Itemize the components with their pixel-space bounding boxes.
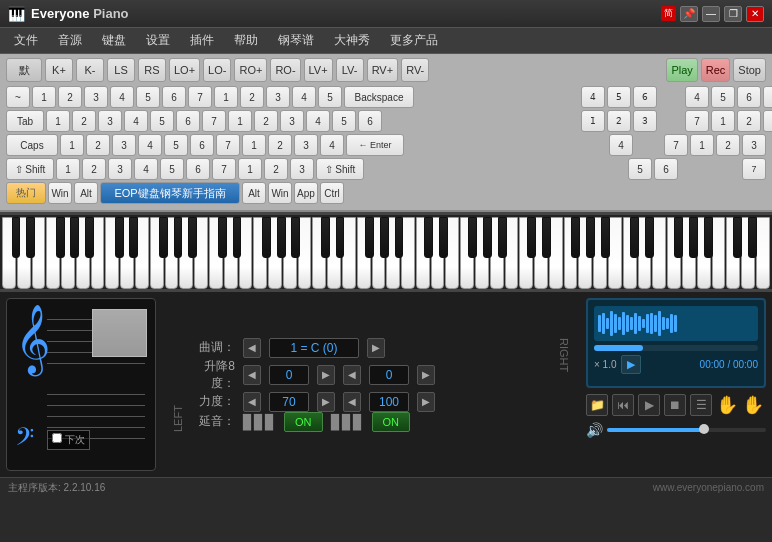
sustain-bars-icon-right[interactable]: ▊▊▊: [331, 414, 364, 430]
np-6c[interactable]: 6: [654, 158, 678, 180]
trans-right-left-arrow[interactable]: ◀: [343, 365, 361, 385]
np-2dot[interactable]: 2̇: [607, 110, 631, 132]
np-2[interactable]: 1: [711, 110, 735, 132]
key-a2b[interactable]: 2: [268, 134, 292, 156]
menu-master[interactable]: 大神秀: [324, 29, 380, 52]
eop-guide-button[interactable]: EOP键盘钢琴新手指南: [100, 182, 240, 204]
np-3dot[interactable]: 3̇: [633, 110, 657, 132]
white-key-26[interactable]: [386, 217, 400, 289]
vel-left-arrow[interactable]: ◀: [243, 392, 261, 412]
vel-left-right-arrow[interactable]: ▶: [317, 392, 335, 412]
key-6[interactable]: 6: [162, 86, 186, 108]
player-play-btn[interactable]: ▶: [621, 355, 641, 374]
white-key-33[interactable]: [490, 217, 504, 289]
rec-button[interactable]: Rec: [701, 58, 731, 82]
white-key-31[interactable]: [460, 217, 474, 289]
white-key-45[interactable]: [667, 217, 681, 289]
white-key-30[interactable]: [445, 217, 459, 289]
white-key-15[interactable]: [224, 217, 238, 289]
white-key-21[interactable]: [312, 217, 326, 289]
white-key-44[interactable]: [652, 217, 666, 289]
np-5dot[interactable]: 5̇: [607, 86, 631, 108]
key-rvminus[interactable]: RV-: [401, 58, 429, 82]
key-4[interactable]: 4: [110, 86, 134, 108]
white-key-41[interactable]: [608, 217, 622, 289]
white-key-14[interactable]: [209, 217, 223, 289]
key-win-l[interactable]: Win: [48, 182, 72, 204]
key-ctrl-r[interactable]: Ctrl: [320, 182, 344, 204]
white-key-32[interactable]: [475, 217, 489, 289]
menu-more[interactable]: 更多产品: [380, 29, 448, 52]
default-button[interactable]: 默: [6, 58, 42, 82]
white-key-39[interactable]: [578, 217, 592, 289]
np-9c[interactable]: 7: [742, 158, 766, 180]
menu-plugins[interactable]: 插件: [180, 29, 224, 52]
key-tilde[interactable]: ~: [6, 86, 30, 108]
white-key-23[interactable]: [342, 217, 356, 289]
np-ddot[interactable]: 3̈: [763, 110, 772, 132]
np-1dot[interactable]: 1̇: [581, 110, 605, 132]
key-z1b[interactable]: 1: [238, 158, 262, 180]
key-rs[interactable]: RS: [138, 58, 166, 82]
download-button[interactable]: 下次: [47, 430, 90, 450]
key-a1[interactable]: 1: [60, 134, 84, 156]
white-key-10[interactable]: [150, 217, 164, 289]
key-a1b[interactable]: 1: [242, 134, 266, 156]
menu-file[interactable]: 文件: [4, 29, 48, 52]
key-7[interactable]: 7: [188, 86, 212, 108]
sustain-on-right[interactable]: ON: [372, 412, 411, 432]
menu-sheet[interactable]: 钢琴谱: [268, 29, 324, 52]
right-hand-icon[interactable]: ✋: [742, 394, 764, 416]
key-5[interactable]: 5: [136, 86, 160, 108]
key-z5[interactable]: 5: [160, 158, 184, 180]
key-3[interactable]: 3: [84, 86, 108, 108]
player-play2-btn[interactable]: ▶: [638, 394, 660, 416]
white-key-7[interactable]: [105, 217, 119, 289]
np-8b[interactable]: 3: [742, 134, 766, 156]
key-hotkey[interactable]: 热门: [6, 182, 46, 204]
np-7[interactable]: 7: [763, 86, 772, 108]
piano-keyboard[interactable]: [0, 212, 772, 292]
key-alt-l[interactable]: Alt: [74, 182, 98, 204]
white-key-47[interactable]: [697, 217, 711, 289]
key-q3b[interactable]: 3: [280, 110, 304, 132]
white-key-5[interactable]: [76, 217, 90, 289]
key-kminus[interactable]: K-: [76, 58, 104, 82]
key-a5[interactable]: 5: [164, 134, 188, 156]
key-z3b[interactable]: 3: [290, 158, 314, 180]
stop-button[interactable]: Stop: [733, 58, 766, 82]
white-key-50[interactable]: [741, 217, 755, 289]
progress-bar[interactable]: [594, 345, 758, 351]
key-z4[interactable]: 4: [134, 158, 158, 180]
key-z2[interactable]: 2: [82, 158, 106, 180]
tune-left-arrow[interactable]: ◀: [243, 338, 261, 358]
player-stop-btn[interactable]: ⏹: [664, 394, 686, 416]
vel-right-left-arrow[interactable]: ◀: [343, 392, 361, 412]
key-1[interactable]: 1: [32, 86, 56, 108]
minimize-button[interactable]: —: [702, 6, 720, 22]
key-lshift[interactable]: ⇧ Shift: [6, 158, 54, 180]
key-a7[interactable]: 7: [216, 134, 240, 156]
white-key-3[interactable]: [46, 217, 60, 289]
np-7b[interactable]: 2: [716, 134, 740, 156]
key-q4[interactable]: 4: [124, 110, 148, 132]
key-caps[interactable]: Caps: [6, 134, 58, 156]
sheet-thumbnail[interactable]: [92, 309, 147, 357]
key-2b[interactable]: 2: [240, 86, 264, 108]
np-6dot[interactable]: 6̇: [633, 86, 657, 108]
menu-help[interactable]: 帮助: [224, 29, 268, 52]
key-a4b[interactable]: 4: [320, 134, 344, 156]
volume-thumb[interactable]: [699, 424, 709, 434]
key-3b[interactable]: 3: [266, 86, 290, 108]
white-key-20[interactable]: [298, 217, 312, 289]
key-app[interactable]: App: [294, 182, 318, 204]
key-q2[interactable]: 2: [72, 110, 96, 132]
restore-button[interactable]: ❐: [724, 6, 742, 22]
trans-left-right-arrow[interactable]: ▶: [317, 365, 335, 385]
sustain-bars-icon-left[interactable]: ▊▊▊: [243, 414, 276, 430]
key-z2b[interactable]: 2: [264, 158, 288, 180]
white-key-2[interactable]: [32, 217, 46, 289]
key-2[interactable]: 2: [58, 86, 82, 108]
key-q1[interactable]: 1: [46, 110, 70, 132]
player-list-btn[interactable]: ☰: [690, 394, 712, 416]
